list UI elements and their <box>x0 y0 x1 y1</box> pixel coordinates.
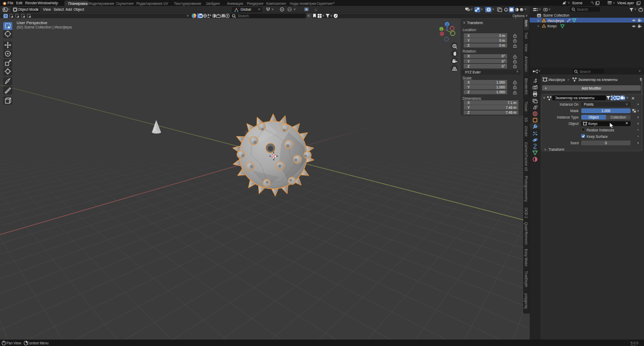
svg-text:y: y <box>441 28 442 31</box>
svg-text:A: A <box>314 8 318 12</box>
svg-text:z: z <box>447 23 448 26</box>
